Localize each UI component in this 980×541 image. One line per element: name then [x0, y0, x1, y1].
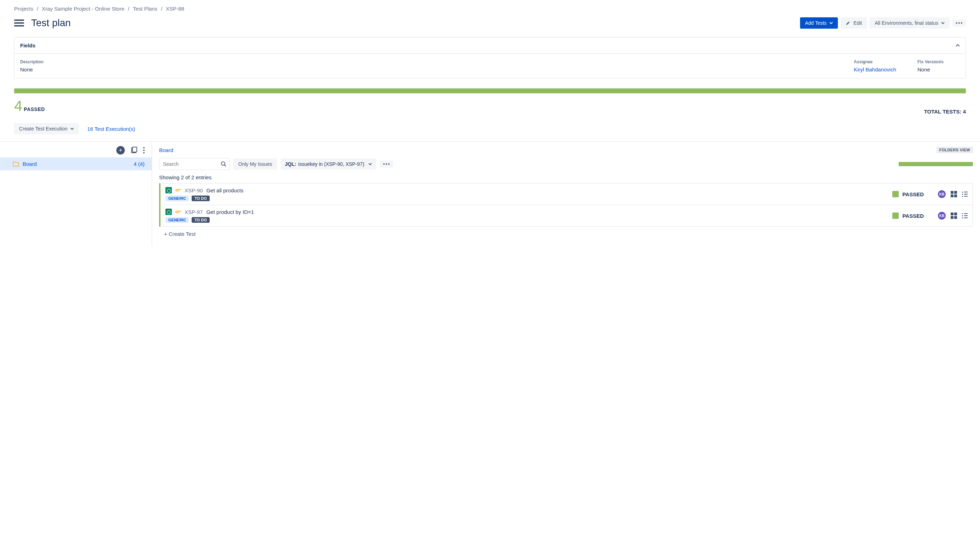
total-tests: TOTAL TESTS: 4 [924, 108, 966, 115]
breadcrumb-issue-key[interactable]: XSP-88 [166, 6, 184, 12]
environments-dropdown[interactable]: All Environments, final status [870, 18, 950, 29]
grid-view-icon[interactable] [951, 213, 957, 219]
copy-icon[interactable] [130, 147, 137, 154]
description-label: Description [20, 59, 832, 64]
more-icon [956, 22, 963, 24]
mini-progress-bar [899, 162, 973, 166]
avatar[interactable]: KB [938, 212, 946, 220]
svg-point-2 [221, 162, 225, 165]
test-executions-link[interactable]: 16 Test Execution(s) [88, 126, 135, 132]
create-test-execution-button[interactable]: Create Test Execution [14, 123, 79, 134]
workflow-status-pill: TO DO [192, 217, 210, 223]
test-type-pill: GENERIC [165, 217, 189, 223]
chevron-up-icon[interactable] [956, 44, 960, 47]
workflow-status-pill: TO DO [192, 196, 210, 201]
more-icon [383, 163, 390, 165]
avatar[interactable]: KB [938, 190, 946, 198]
chevron-down-icon [829, 22, 833, 24]
fields-header: Fields [20, 43, 35, 48]
chevron-down-icon [941, 22, 945, 24]
board-more-button[interactable] [380, 161, 393, 168]
list-view-icon[interactable] [962, 213, 967, 218]
edit-button[interactable]: Edit [841, 18, 867, 29]
folder-counts: 4 (4) [134, 161, 145, 167]
status-box [892, 191, 899, 197]
menu-icon[interactable] [14, 19, 24, 27]
fields-panel: Fields Description None Assignee Kiryl B… [14, 37, 966, 78]
breadcrumb-test-plans[interactable]: Test Plans [133, 6, 158, 12]
svg-line-3 [224, 165, 226, 167]
only-my-issues-button[interactable]: Only My Issues [233, 158, 277, 170]
search-input[interactable] [159, 158, 230, 170]
pencil-icon [846, 21, 851, 25]
folder-more-icon[interactable] [143, 147, 145, 153]
folders-view-badge: FOLDERS VIEW [937, 147, 973, 153]
svg-rect-1 [132, 147, 137, 152]
passed-label: PASSED [24, 107, 45, 112]
status-text: PASSED [902, 191, 924, 197]
chevron-down-icon [70, 128, 74, 130]
test-type-icon: ◯ [165, 187, 172, 193]
board-title: Board [159, 147, 173, 153]
more-actions-button[interactable] [953, 19, 966, 27]
test-type-pill: GENERIC [165, 196, 189, 201]
status-text: PASSED [902, 213, 924, 219]
test-row[interactable]: ◯ XSP-90 Get all products GENERIC TO DO … [159, 183, 973, 205]
priority-icon [175, 188, 181, 193]
grid-view-icon[interactable] [951, 191, 957, 197]
chevron-down-icon [368, 163, 372, 165]
test-name: Get all products [207, 188, 243, 193]
folder-tree: + Board 4 (4) [0, 142, 152, 246]
fix-version-value: None [918, 67, 960, 73]
progress-bar [14, 88, 966, 93]
create-test-button[interactable]: + Create Test [159, 227, 973, 241]
folder-item-board[interactable]: Board 4 (4) [0, 158, 152, 170]
test-key: XSP-97 [185, 209, 203, 215]
folder-icon [13, 161, 19, 167]
description-value: None [20, 67, 832, 73]
jql-filter[interactable]: JQL: issuekey in (XSP-90, XSP-97) [281, 158, 377, 170]
entries-count: Showing 2 of 2 entries [159, 174, 973, 180]
test-key: XSP-90 [185, 188, 203, 193]
passed-count: 4 [14, 98, 22, 115]
assignee-label: Assignee [854, 59, 896, 64]
test-name: Get product by ID=1 [207, 209, 254, 215]
page-title: Test plan [31, 18, 71, 29]
add-tests-button[interactable]: Add Tests [800, 18, 838, 29]
breadcrumb-project[interactable]: Xray Sample Project - Online Store [42, 6, 124, 12]
breadcrumb-projects[interactable]: Projects [14, 6, 33, 12]
add-folder-button[interactable]: + [116, 146, 125, 154]
breadcrumb: Projects / Xray Sample Project - Online … [14, 6, 966, 12]
folder-name: Board [22, 161, 37, 167]
priority-icon [175, 210, 181, 214]
test-row[interactable]: ◯ XSP-97 Get product by ID=1 GENERIC TO … [159, 205, 973, 227]
fix-version-label: Fix Version/s [918, 59, 960, 64]
assignee-value[interactable]: Kiryl Bahdanovich [854, 67, 896, 73]
list-view-icon[interactable] [962, 192, 967, 197]
test-type-icon: ◯ [165, 208, 172, 215]
status-box [892, 213, 899, 219]
search-icon [221, 162, 226, 167]
